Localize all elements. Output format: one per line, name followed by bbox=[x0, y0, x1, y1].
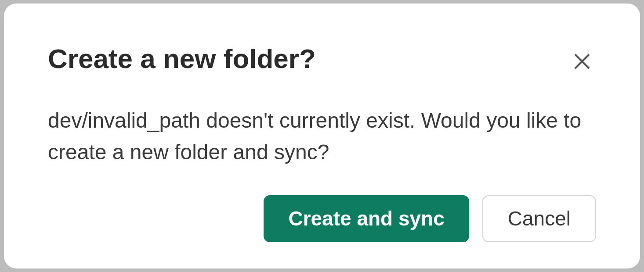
dialog-message: dev/invalid_path doesn't currently exist… bbox=[48, 105, 588, 168]
close-icon bbox=[572, 51, 593, 73]
close-button[interactable] bbox=[568, 47, 596, 77]
create-folder-dialog: Create a new folder? dev/invalid_path do… bbox=[4, 4, 640, 268]
create-and-sync-button[interactable]: Create and sync bbox=[264, 195, 469, 242]
dialog-footer: Create and sync Cancel bbox=[48, 178, 596, 242]
dialog-title: Create a new folder? bbox=[48, 43, 316, 74]
dialog-header: Create a new folder? bbox=[48, 43, 596, 77]
cancel-button[interactable]: Cancel bbox=[482, 195, 596, 242]
